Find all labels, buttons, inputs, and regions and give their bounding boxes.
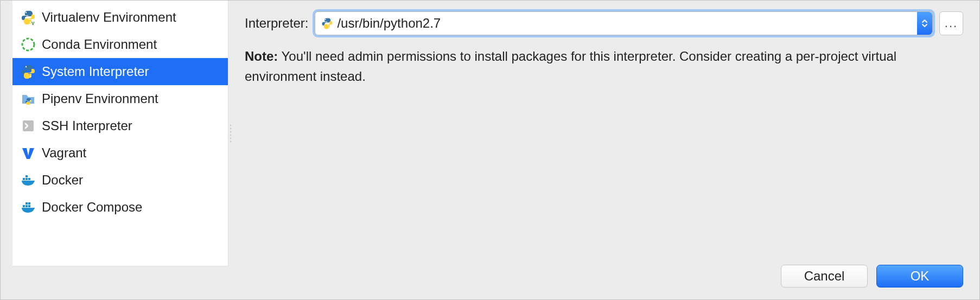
svg-point-19 xyxy=(230,134,232,136)
svg-rect-11 xyxy=(23,205,25,207)
interpreter-path-value: /usr/bin/python2.7 xyxy=(334,16,917,31)
sidebar-item-label: Docker xyxy=(42,173,83,188)
svg-point-23 xyxy=(329,27,330,28)
sidebar-item-label: Docker Compose xyxy=(42,200,142,215)
interpreter-combo[interactable]: /usr/bin/python2.7 xyxy=(315,11,933,35)
sidebar-item-docker-compose[interactable]: Docker Compose xyxy=(12,194,228,221)
svg-text:v: v xyxy=(31,20,35,25)
svg-rect-9 xyxy=(28,178,30,180)
svg-point-5 xyxy=(30,76,31,77)
docker-compose-icon xyxy=(20,199,36,215)
vagrant-icon xyxy=(20,145,36,161)
svg-point-18 xyxy=(230,131,232,132)
python-venv-icon: v xyxy=(20,9,36,25)
interpreter-type-sidebar: v Virtualenv Environment Conda Environme… xyxy=(12,1,228,266)
sidebar-item-pipenv[interactable]: Pipenv Environment xyxy=(12,85,228,112)
sidebar-item-system[interactable]: System Interpreter xyxy=(12,58,228,85)
interpreter-label: Interpreter: xyxy=(245,16,308,31)
svg-point-4 xyxy=(26,66,27,67)
python-icon xyxy=(20,63,36,80)
browse-interpreter-button[interactable]: ... xyxy=(939,11,963,35)
svg-point-21 xyxy=(230,141,232,142)
sidebar-item-label: Pipenv Environment xyxy=(42,91,158,106)
sidebar-item-conda[interactable]: Conda Environment xyxy=(12,31,228,58)
svg-point-22 xyxy=(325,19,326,20)
ok-button[interactable]: OK xyxy=(876,265,963,288)
svg-point-0 xyxy=(26,12,27,13)
sidebar-item-ssh[interactable]: SSH Interpreter xyxy=(12,112,228,139)
svg-point-16 xyxy=(230,124,232,126)
sidebar-item-label: Virtualenv Environment xyxy=(42,10,176,25)
pipenv-icon xyxy=(20,91,36,107)
interpreter-row: Interpreter: /usr/bin/python2.7 xyxy=(245,11,963,35)
main-area: v Virtualenv Environment Conda Environme… xyxy=(1,1,979,265)
ellipsis-icon: ... xyxy=(945,16,958,30)
note-label: Note: xyxy=(245,49,278,63)
splitter-grip[interactable] xyxy=(228,1,233,265)
dialog-button-bar: Cancel OK xyxy=(1,265,979,299)
note-body: You'll need admin permissions to install… xyxy=(245,49,896,84)
svg-rect-12 xyxy=(26,205,28,207)
right-pane: Interpreter: /usr/bin/python2.7 xyxy=(233,1,979,265)
sidebar-item-vagrant[interactable]: Vagrant xyxy=(12,139,228,167)
sidebar-item-label: SSH Interpreter xyxy=(42,118,132,133)
ssh-icon xyxy=(20,118,36,134)
svg-rect-10 xyxy=(26,175,28,177)
note-text: Note: You'll need admin permissions to i… xyxy=(245,46,963,86)
sidebar-item-label: System Interpreter xyxy=(42,64,149,79)
cancel-button[interactable]: Cancel xyxy=(781,265,868,288)
svg-point-1 xyxy=(30,22,31,23)
svg-rect-15 xyxy=(28,202,30,205)
svg-rect-7 xyxy=(23,178,25,180)
sidebar-item-label: Vagrant xyxy=(42,145,86,161)
docker-icon xyxy=(20,172,36,188)
svg-point-17 xyxy=(230,127,232,129)
sidebar-item-label: Conda Environment xyxy=(42,37,157,52)
combo-updown-icon xyxy=(917,12,932,35)
sidebar-item-docker[interactable]: Docker xyxy=(12,167,228,194)
svg-point-20 xyxy=(230,137,232,139)
python-icon xyxy=(321,17,334,30)
svg-point-3 xyxy=(22,39,34,50)
svg-rect-8 xyxy=(26,178,28,180)
conda-icon xyxy=(20,36,36,53)
svg-rect-13 xyxy=(28,205,30,207)
interpreter-dialog: v Virtualenv Environment Conda Environme… xyxy=(0,0,980,300)
sidebar-item-virtualenv[interactable]: v Virtualenv Environment xyxy=(12,4,228,31)
svg-rect-14 xyxy=(26,202,28,205)
